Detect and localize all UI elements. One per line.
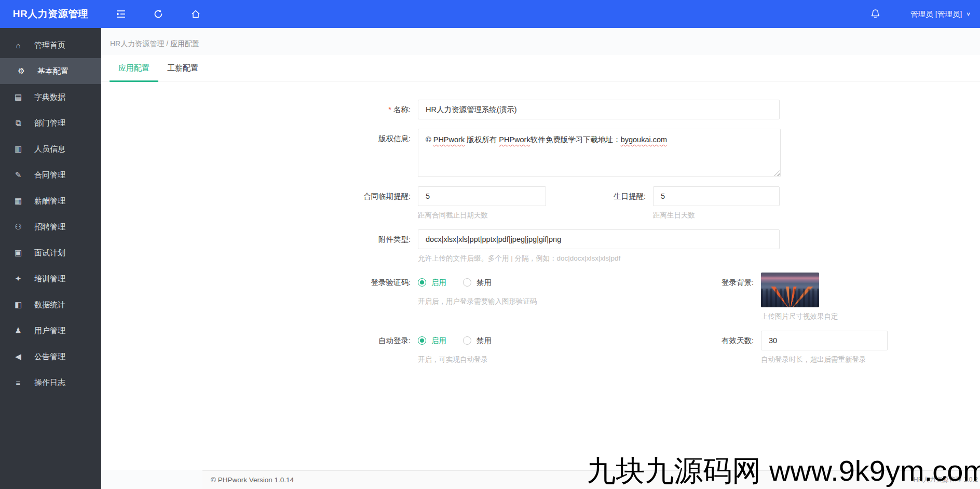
birthday-reminder-field: 距离生日天数 (653, 186, 780, 220)
refresh-icon[interactable] (153, 9, 164, 19)
bar-chart-icon: ◧ (12, 300, 24, 309)
login-bg-help: 上传图片尺寸视效果自定 (761, 312, 838, 321)
page: HR人力资源管理 管理员 [管理员] ∨ ⌂管理首页⚙基本配置▤字典数据⧉部门管… (0, 0, 980, 489)
copyright-text-segment: 软件免费版学习下载地址： (530, 135, 621, 144)
captcha-enable-radio[interactable] (418, 278, 426, 287)
contract-reminder-field: 距离合同截止日期天数 (418, 186, 546, 220)
captcha-label: 登录验证码: (101, 273, 418, 292)
attachment-types-label: 附件类型: (101, 229, 418, 249)
breadcrumb-separator: / (166, 39, 170, 48)
sidebar-item-label: 薪酬管理 (34, 196, 65, 206)
app-title: HR人力资源管理 (0, 0, 101, 28)
captcha-enable-label[interactable]: 启用 (431, 278, 446, 288)
form-row-captcha-bg: 登录验证码: 启用 禁用 开启后，用户登录需要输入图形验证码 登录背景: (101, 273, 980, 321)
home-icon: ⌂ (12, 41, 24, 50)
copyright-text-segment: PHPwork (499, 135, 530, 144)
sidebar-item-label: 管理首页 (34, 40, 65, 50)
id-card-icon: ▥ (12, 144, 24, 154)
auto-login-disable-radio[interactable] (463, 336, 471, 345)
attachment-types-help: 允许上传的文件后缀。多个用 | 分隔，例如：doc|docx|xlsx|xls|… (418, 254, 780, 263)
sidebar-item-label: 用户管理 (34, 326, 65, 336)
chevron-down-icon: ∨ (966, 11, 971, 17)
breadcrumb: HR人力资源管理 / 应用配置 (101, 28, 980, 49)
config-card: 应用配置 工薪配置 *名称: 版权信息: © PHPwork 版权所有 PHPw… (101, 55, 980, 470)
contract-reminder-input[interactable] (418, 186, 546, 206)
sidebar-menu: ⌂管理首页⚙基本配置▤字典数据⧉部门管理▥人员信息✎合同管理▦薪酬管理⚇招聘管理… (0, 28, 101, 396)
tab-bar: 应用配置 工薪配置 (101, 55, 980, 82)
auto-login-enable-label[interactable]: 启用 (431, 336, 446, 346)
money-icon: ▦ (12, 196, 24, 206)
contract-reminder-label: 合同临期提醒: (101, 186, 418, 206)
sidebar-item-label: 基本配置 (37, 66, 69, 76)
tab-salary-config[interactable]: 工薪配置 (158, 55, 207, 82)
auto-login-help: 开启，可实现自动登录 (418, 355, 650, 364)
interview-plan-icon: ▣ (12, 248, 24, 257)
user-icon: ♟ (12, 326, 24, 335)
sidebar-item-users[interactable]: ♟用户管理 (0, 318, 101, 344)
sidebar-item-personnel[interactable]: ▥人员信息 (0, 136, 101, 162)
sidebar-item-recruiting[interactable]: ⚇招聘管理 (0, 214, 101, 240)
footer-copyright: © PHPwork Version 1.0.14 (211, 476, 294, 484)
menu-fold-icon[interactable] (116, 9, 126, 19)
copyright-text-segment: 版权所有 (465, 135, 499, 144)
captcha-field: 启用 禁用 开启后，用户登录需要输入图形验证码 (418, 273, 650, 306)
sidebar: ⌂管理首页⚙基本配置▤字典数据⧉部门管理▥人员信息✎合同管理▦薪酬管理⚇招聘管理… (0, 28, 101, 489)
birthday-reminder-input[interactable] (653, 186, 780, 206)
contract-pen-icon: ✎ (12, 170, 24, 180)
home-icon[interactable] (190, 9, 201, 19)
log-icon: ≡ (12, 378, 24, 387)
sidebar-item-training[interactable]: ✦培训管理 (0, 266, 101, 292)
org-chart-icon: ⧉ (12, 118, 24, 128)
bell-icon[interactable] (870, 9, 880, 19)
sidebar-item-logs[interactable]: ≡操作日志 (0, 370, 101, 396)
sidebar-item-statistics[interactable]: ◧数据统计 (0, 292, 101, 318)
sidebar-item-label: 招聘管理 (34, 222, 65, 232)
login-bg-field: 上传图片尺寸视效果自定 (761, 273, 838, 321)
sidebar-item-notices[interactable]: ◀公告管理 (0, 344, 101, 370)
sidebar-item-interviews[interactable]: ▣面试计划 (0, 240, 101, 266)
sidebar-item-salary[interactable]: ▦薪酬管理 (0, 188, 101, 214)
form-row-copyright: 版权信息: © PHPwork 版权所有 PHPwork软件免费版学习下载地址：… (101, 129, 980, 177)
sidebar-item-label: 培训管理 (34, 274, 65, 284)
app-config-form: *名称: 版权信息: © PHPwork 版权所有 PHPwork软件免费版学习… (101, 82, 980, 364)
sidebar-item-contracts[interactable]: ✎合同管理 (0, 162, 101, 188)
auto-login-field: 启用 禁用 开启，可实现自动登录 (418, 331, 650, 364)
watermark-text: 九块九源码网 www.9k9ym.com (587, 452, 980, 489)
name-input[interactable] (418, 100, 780, 119)
tab-app-config[interactable]: 应用配置 (110, 55, 158, 82)
breadcrumb-root[interactable]: HR人力资源管理 (110, 39, 164, 48)
sidebar-item-label: 面试计划 (34, 248, 65, 258)
user-menu[interactable]: 管理员 [管理员] ∨ (910, 9, 971, 19)
sidebar-item-home[interactable]: ⌂管理首页 (0, 32, 101, 58)
sidebar-item-label: 部门管理 (34, 118, 65, 128)
graduation-cap-icon: ✦ (12, 274, 24, 283)
copyright-label: 版权信息: (101, 129, 418, 148)
name-label: *名称: (101, 100, 418, 119)
handshake-icon: ⚇ (12, 222, 24, 232)
copyright-text-segment: PHPwork (433, 135, 465, 144)
login-background-image[interactable] (761, 273, 819, 307)
form-row-attachment-types: 附件类型: 允许上传的文件后缀。多个用 | 分隔，例如：doc|docx|xls… (101, 229, 980, 263)
gear-icon: ⚙ (16, 66, 27, 76)
copyright-textarea[interactable]: © PHPwork 版权所有 PHPwork软件免费版学习下载地址：bygouk… (418, 129, 781, 177)
sidebar-item-dict-data[interactable]: ▤字典数据 (0, 84, 101, 110)
attachment-types-input[interactable] (418, 229, 780, 249)
copyright-text-segment: bygoukai.com (621, 135, 667, 144)
auto-login-enable-radio[interactable] (418, 336, 426, 345)
attachment-types-field: 允许上传的文件后缀。多个用 | 分隔，例如：doc|docx|xlsx|xls|… (418, 229, 780, 263)
auto-login-disable-label[interactable]: 禁用 (477, 336, 492, 346)
sidebar-item-departments[interactable]: ⧉部门管理 (0, 110, 101, 136)
required-asterisk: * (388, 105, 391, 114)
captcha-disable-radio[interactable] (463, 278, 471, 287)
sidebar-item-label: 数据统计 (34, 300, 65, 310)
captcha-radio-group: 启用 禁用 (418, 273, 650, 292)
sidebar-item-basic-config[interactable]: ⚙基本配置 (0, 58, 101, 84)
valid-days-input[interactable] (761, 331, 888, 350)
contract-reminder-help: 距离合同截止日期天数 (418, 211, 546, 220)
sidebar-item-label: 公告管理 (34, 352, 65, 362)
sidebar-item-label: 合同管理 (34, 170, 65, 180)
valid-days-field: 自动登录时长，超出后需重新登录 (761, 331, 888, 364)
main-content: HR人力资源管理 / 应用配置 应用配置 工薪配置 *名称: 版权信息 (101, 28, 980, 489)
captcha-disable-label[interactable]: 禁用 (477, 278, 492, 288)
captcha-help: 开启后，用户登录需要输入图形验证码 (418, 297, 650, 306)
